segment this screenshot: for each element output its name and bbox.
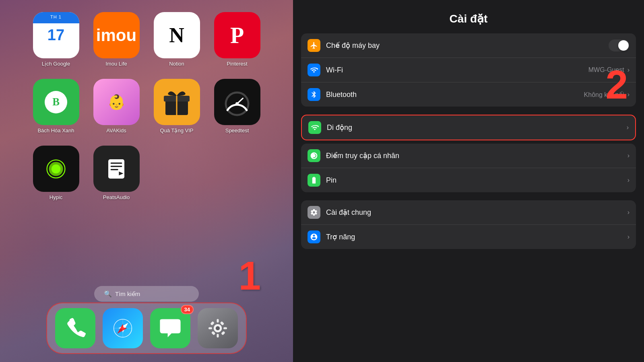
svg-rect-27 [221,331,225,335]
step-1-label: 1 [238,255,261,296]
settings-row-hotspot[interactable]: Điểm truy cập cá nhân › [301,144,636,168]
svg-rect-23 [217,334,219,337]
dock-messages[interactable]: 34 [150,308,190,348]
search-icon: 🔍 [104,290,112,298]
settings-row-wifi[interactable]: Wi-Fi MWG-Guest › [301,58,636,82]
app-avakids[interactable]: 👶 AVAKids [90,79,142,134]
search-bar[interactable]: 🔍 Tìm kiếm [94,286,199,302]
app-label: Pinterest [227,61,247,67]
settings-row-airplane[interactable]: Chế độ máy bay [301,33,636,58]
app-imou-life[interactable]: imou Imou Life [90,12,142,67]
hotspot-label: Điểm truy cập cá nhân [326,151,627,160]
dock-safari[interactable] [103,308,143,348]
settings-row-accessibility[interactable]: Trợ năng › [301,225,636,249]
svg-rect-29 [211,331,216,335]
general-settings-label: Cài đặt chung [326,208,627,217]
app-speedtest[interactable]: Speedtest [211,79,263,134]
dock: 34 [46,302,247,354]
app-qua-tang-vip[interactable]: Quà Tặng VIP [151,79,203,134]
svg-rect-28 [220,321,224,325]
cellular-chevron: › [627,124,629,131]
app-label: Lịch Google [42,61,70,67]
app-grid: TH 1 17 Lịch Google imou Imou Life N Not… [26,8,267,204]
app-label: AVAKids [106,128,126,134]
battery-label: Pin [326,176,627,185]
hotspot-chevron: › [627,152,630,159]
settings-panel: Cài đặt Chế độ máy bay [293,0,644,362]
settings-group-general: Cài đặt chung › Trợ năng › [301,200,636,249]
bluetooth-label: Bluetooth [326,90,584,99]
app-hypic[interactable]: Hypic [30,146,82,200]
airplane-mode-toggle[interactable] [609,39,630,51]
accessibility-label: Trợ năng [326,232,627,241]
svg-point-7 [235,102,239,105]
wifi-icon [308,64,320,76]
app-label: Notion [169,61,184,67]
svg-rect-26 [210,321,215,325]
general-chevron: › [627,209,630,216]
svg-point-10 [52,164,60,173]
cellular-row-highlighted: Di động › [301,115,636,140]
airplane-mode-icon [308,39,320,52]
app-label: Speedtest [225,128,249,134]
svg-text:B: B [52,96,60,108]
step-2-label: 2 [605,64,628,105]
iphone-home-screen: TH 1 17 Lịch Google imou Imou Life N Not… [0,0,293,362]
svg-point-21 [216,326,220,330]
wifi-label: Wi-Fi [326,66,588,74]
dock-phone[interactable] [55,308,95,348]
svg-rect-12 [111,162,122,164]
svg-rect-24 [208,327,212,329]
settings-row-general[interactable]: Cài đặt chung › [301,200,636,225]
settings-row-battery[interactable]: Pin › [301,168,636,192]
general-settings-icon [308,206,320,219]
accessibility-icon [308,230,320,243]
airplane-mode-label: Chế độ máy bay [326,41,609,50]
app-bach-hoa-xanh[interactable]: B Bách Hóa Xanh [30,79,82,134]
svg-rect-13 [111,166,122,167]
dock-settings[interactable] [198,308,238,348]
bluetooth-icon [308,88,320,101]
search-text: Tìm kiếm [115,290,140,298]
accessibility-chevron: › [627,233,630,241]
app-label: Hypic [50,194,63,200]
app-peats-audio[interactable]: PeatsAudio [90,146,142,200]
cellular-icon [308,121,321,134]
app-pinterest[interactable]: P Pinterest [211,12,263,67]
app-lich-google[interactable]: TH 1 17 Lịch Google [30,12,82,67]
settings-row-cellular[interactable]: Di động › [302,115,635,140]
svg-rect-14 [111,169,118,170]
app-label: Bách Hóa Xanh [37,128,74,134]
app-notion[interactable]: N Notion [151,12,203,67]
settings-group-connectivity: Chế độ máy bay Wi-Fi MWG-Guest › [301,33,636,107]
app-label: Imou Life [105,61,127,67]
app-label: PeatsAudio [103,194,130,200]
battery-icon [308,174,320,187]
svg-rect-25 [223,327,227,329]
settings-row-bluetooth[interactable]: Bluetooth Không kết nối › [301,82,636,107]
app-label: Quà Tặng VIP [160,128,194,134]
hotspot-icon [308,149,320,162]
battery-chevron: › [627,177,630,184]
messages-badge: 34 [181,305,194,314]
settings-title: Cài đặt [293,0,644,33]
settings-group-hotspot-battery: Điểm truy cập cá nhân › Pin › [301,144,636,192]
cellular-label: Di động [327,123,627,132]
svg-rect-22 [217,319,219,323]
